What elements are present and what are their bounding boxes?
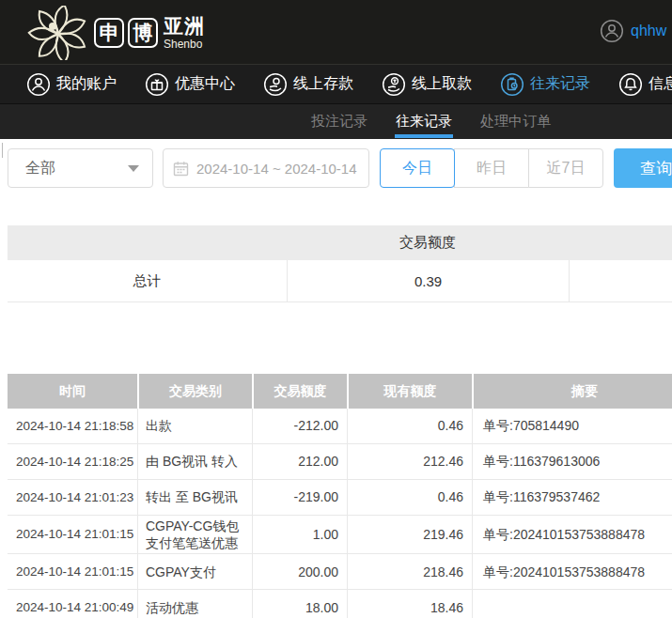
withdraw-icon xyxy=(382,72,406,97)
records-icon xyxy=(500,72,524,97)
cell-summary xyxy=(472,590,672,618)
cell-balance: 0.46 xyxy=(347,480,472,515)
brand-characters: 申 博 xyxy=(94,18,158,48)
bell-icon xyxy=(618,72,643,97)
summary-table: 交易额度 总计 0.39 xyxy=(8,225,672,302)
brand-char-bo: 博 xyxy=(128,18,158,48)
cell-balance: 218.46 xyxy=(347,554,472,589)
nav-item-online-deposit[interactable]: 线上存款 xyxy=(263,72,353,97)
transactions-body: 2024-10-14 21:18:58 出款 -212.00 0.46 单号:7… xyxy=(8,409,672,618)
brand-latin-text: Shenbo xyxy=(164,39,205,50)
user-account-area[interactable]: qhhw xyxy=(600,19,666,43)
cell-balance: 219.46 xyxy=(347,516,472,553)
left-edge-artifact xyxy=(2,143,3,158)
brand-char-shen: 申 xyxy=(94,18,124,48)
nav-item-transaction-records[interactable]: 往来记录 xyxy=(500,72,590,97)
cell-summary: 单号:705814490 xyxy=(472,409,672,443)
table-row: 2024-10-14 21:01:15 CGPAY-CG钱包支付笔笔送优惠 1.… xyxy=(8,516,672,554)
cell-amount: 1.00 xyxy=(252,516,347,553)
table-row: 2024-10-14 21:01:15 CGPAY支付 200.00 218.4… xyxy=(8,554,672,590)
tab-betting-records[interactable]: 投注记录 xyxy=(310,104,368,139)
nav-item-online-withdrawal[interactable]: 线上取款 xyxy=(382,72,472,97)
tab-transaction-records[interactable]: 往来记录 xyxy=(395,104,453,139)
cell-type: 出款 xyxy=(137,409,252,443)
cell-type: 由 BG视讯 转入 xyxy=(137,444,252,479)
last7days-button[interactable]: 近7日 xyxy=(528,148,603,188)
nav-item-promotions[interactable]: 优惠中心 xyxy=(145,72,235,97)
nav-label: 线上取款 xyxy=(412,74,472,94)
cell-summary: 单号:202410153753888478 xyxy=(472,554,672,589)
column-header-type: 交易类别 xyxy=(137,374,252,409)
summary-total-row: 总计 0.39 xyxy=(8,260,672,302)
category-select[interactable]: 全部 xyxy=(8,148,153,188)
user-avatar-icon xyxy=(600,19,624,43)
cell-time: 2024-10-14 21:18:58 xyxy=(8,409,137,443)
cell-amount: 200.00 xyxy=(252,554,347,589)
summary-total-value: 0.39 xyxy=(287,260,569,301)
gift-icon xyxy=(145,72,169,97)
cell-balance: 212.46 xyxy=(347,444,472,479)
summary-table-header: 交易额度 xyxy=(8,225,672,260)
cell-summary: 单号:116379537462 xyxy=(472,480,672,515)
nav-label: 线上存款 xyxy=(293,74,353,94)
cell-time: 2024-10-14 21:01:15 xyxy=(8,516,137,553)
nav-label: 信息 xyxy=(649,74,672,94)
cell-balance: 0.46 xyxy=(347,409,472,443)
cell-amount: -219.00 xyxy=(252,480,347,515)
table-row: 2024-10-14 21:18:25 由 BG视讯 转入 212.00 212… xyxy=(8,444,672,480)
brand-logo[interactable]: 申 博 亚洲 Shenbo xyxy=(24,6,205,60)
cell-type: CGPAY-CG钱包支付笔笔送优惠 xyxy=(137,516,252,553)
table-row: 2024-10-14 21:01:23 转出 至 BG视讯 -219.00 0.… xyxy=(8,480,672,516)
cell-amount: 18.00 xyxy=(252,590,347,618)
nav-item-my-account[interactable]: 我的账户 xyxy=(26,72,117,97)
transactions-table: 时间 交易类别 交易额度 现有额度 摘要 2024-10-14 21:18:58… xyxy=(8,374,672,618)
deposit-icon xyxy=(263,72,288,97)
cell-time: 2024-10-14 21:01:23 xyxy=(8,480,137,515)
category-select-value: 全部 xyxy=(25,159,128,178)
date-range-value: 2024-10-14 ~ 2024-10-14 xyxy=(196,161,357,177)
cell-summary: 单号:116379613006 xyxy=(472,444,672,479)
column-header-balance: 现有额度 xyxy=(347,374,472,409)
cell-type: 活动优惠 xyxy=(137,590,252,618)
summary-empty-cell xyxy=(569,260,672,301)
lotus-flower-icon xyxy=(24,6,90,60)
main-navigation: 我的账户 优惠中心 线上存款 线上取款 xyxy=(0,64,672,103)
nav-label: 优惠中心 xyxy=(175,74,235,94)
cell-amount: -212.00 xyxy=(252,409,347,443)
cell-type: 转出 至 BG视讯 xyxy=(137,480,252,515)
cell-time: 2024-10-14 21:18:25 xyxy=(8,444,137,479)
summary-total-label: 总计 xyxy=(8,260,287,301)
calendar-icon xyxy=(173,161,189,177)
cell-amount: 212.00 xyxy=(252,444,347,479)
cell-balance: 18.46 xyxy=(347,590,472,618)
column-header-amount: 交易额度 xyxy=(252,374,347,409)
table-row: 2024-10-14 21:00:49 活动优惠 18.00 18.46 xyxy=(8,590,672,618)
today-button[interactable]: 今日 xyxy=(380,148,455,188)
yesterday-button[interactable]: 昨日 xyxy=(454,148,529,188)
cell-type: CGPAY支付 xyxy=(137,554,252,589)
cell-summary: 单号:202410153753888478 xyxy=(472,516,672,553)
nav-label: 我的账户 xyxy=(56,74,117,94)
chevron-down-icon xyxy=(128,165,139,172)
column-header-time: 时间 xyxy=(8,374,137,409)
nav-label: 往来记录 xyxy=(530,74,590,94)
nav-item-messages[interactable]: 信息 xyxy=(618,72,672,97)
username-text[interactable]: qhhw xyxy=(631,23,666,39)
transactions-table-header: 时间 交易类别 交易额度 现有额度 摘要 xyxy=(8,374,672,409)
summary-header-amount: 交易额度 xyxy=(287,234,569,252)
table-row: 2024-10-14 21:18:58 出款 -212.00 0.46 单号:7… xyxy=(8,409,672,444)
search-button[interactable]: 查询 xyxy=(614,148,672,188)
brand-region-text: 亚洲 xyxy=(164,16,205,36)
user-icon xyxy=(26,72,51,97)
top-header: 申 博 亚洲 Shenbo qhhw xyxy=(0,0,672,64)
cell-time: 2024-10-14 21:01:15 xyxy=(8,554,137,589)
records-subnav: 投注记录 往来记录 处理中订单 xyxy=(0,103,672,139)
tab-processing-orders[interactable]: 处理中订单 xyxy=(479,104,552,139)
cell-time: 2024-10-14 21:00:49 xyxy=(8,590,137,618)
quick-date-buttons: 今日 昨日 近7日 xyxy=(380,148,603,188)
date-range-input[interactable]: 2024-10-14 ~ 2024-10-14 xyxy=(163,148,369,188)
column-header-summary: 摘要 xyxy=(472,374,672,409)
